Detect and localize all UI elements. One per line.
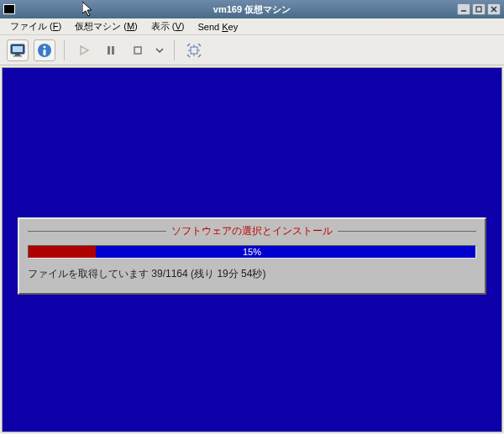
menu-sendkey-label: Send (197, 22, 219, 32)
progress-bar: 15% (28, 245, 476, 259)
app-icon (3, 4, 15, 14)
svg-rect-13 (112, 46, 114, 55)
svg-rect-1 (476, 7, 481, 12)
fullscreen-icon (186, 43, 202, 58)
svg-rect-6 (15, 54, 20, 55)
toolbar-separator-1 (64, 40, 65, 60)
window-title: vm169 仮想マシン (213, 3, 291, 16)
svg-marker-11 (81, 46, 88, 55)
svg-rect-7 (13, 55, 22, 57)
chevron-down-icon (155, 46, 164, 55)
toolbar (0, 35, 504, 65)
svg-point-9 (44, 45, 46, 48)
svg-rect-5 (13, 46, 23, 52)
svg-rect-12 (108, 46, 110, 55)
pause-button[interactable] (100, 39, 122, 61)
maximize-button[interactable] (472, 3, 486, 15)
menubar: ファイル (F) 仮想マシン (M) 表示 (V) Send Key (0, 18, 504, 35)
menu-view-label: 表示 (151, 21, 170, 31)
installer-status: ファイルを取得しています 39/1164 (残り 19分 54秒) (28, 267, 476, 281)
maximize-icon (475, 6, 482, 13)
minimize-icon (460, 6, 467, 13)
menu-sendkey-suffix: ey (228, 22, 239, 32)
menu-sendkey-mnemonic: K (222, 22, 228, 32)
menu-file-mnemonic: F (53, 21, 59, 31)
menu-vm-mnemonic: M (127, 21, 134, 31)
window-titlebar: vm169 仮想マシン (0, 0, 504, 18)
details-button[interactable] (34, 39, 55, 61)
shutdown-menu-button[interactable] (154, 39, 165, 61)
installer-dialog: ソフトウェアの選択とインストール 15% ファイルを取得しています 39/116… (18, 217, 486, 295)
menu-view[interactable]: 表示 (V) (146, 18, 190, 34)
toolbar-separator-2 (174, 40, 175, 60)
info-icon (37, 43, 52, 58)
title-line-right (338, 231, 476, 232)
menu-file[interactable]: ファイル (F) (5, 18, 66, 34)
vm-display-area: ソフトウェアの選択とインストール 15% ファイルを取得しています 39/116… (0, 65, 504, 434)
svg-rect-15 (191, 47, 197, 54)
minimize-button[interactable] (457, 3, 470, 15)
menu-file-label: ファイル (10, 21, 47, 31)
run-button[interactable] (73, 39, 95, 61)
fullscreen-button[interactable] (183, 39, 205, 61)
progress-percent-label: 15% (243, 247, 261, 257)
console-button[interactable] (7, 39, 29, 61)
progress-fill (29, 246, 96, 258)
shutdown-button[interactable] (127, 39, 149, 61)
menu-vm-label: 仮想マシン (75, 21, 121, 31)
menu-sendkey[interactable]: Send Key (192, 20, 243, 34)
svg-rect-14 (134, 47, 141, 54)
menu-vm[interactable]: 仮想マシン (M) (70, 18, 143, 34)
title-line-left (28, 231, 166, 232)
pause-icon (105, 44, 117, 56)
installer-title-row: ソフトウェアの選択とインストール (28, 224, 476, 238)
menu-view-mnemonic: V (175, 21, 181, 31)
window-controls (457, 3, 501, 15)
close-icon (491, 6, 497, 13)
monitor-icon (10, 44, 25, 57)
svg-rect-10 (44, 50, 46, 55)
close-button[interactable] (487, 3, 501, 15)
vm-screen[interactable]: ソフトウェアの選択とインストール 15% ファイルを取得しています 39/116… (2, 67, 502, 432)
stop-icon (132, 44, 144, 56)
play-icon (78, 44, 90, 56)
installer-title: ソフトウェアの選択とインストール (171, 224, 333, 238)
